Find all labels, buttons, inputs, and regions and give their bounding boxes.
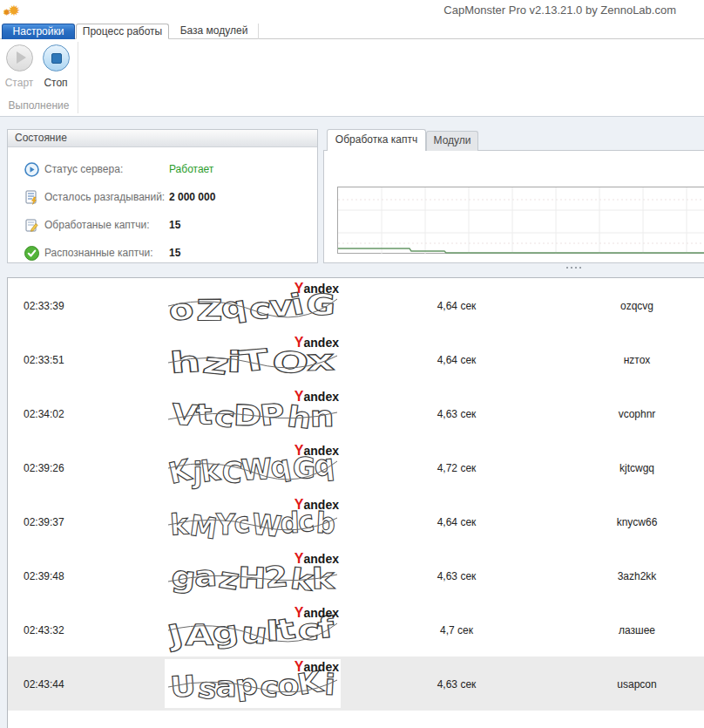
captcha-table-row[interactable]: 02:43:32JAguItcfYandex4,7 секлазшее — [8, 602, 704, 657]
processing-chart — [337, 187, 704, 254]
splitter-handle[interactable] — [566, 267, 581, 269]
tab-strip: Настройки Процесс работы База модулей — [0, 24, 704, 39]
solve-duration: 4,7 сек — [374, 624, 539, 636]
start-button[interactable]: Старт — [2, 44, 37, 89]
title-bar: ✹✹ CapMonster Pro v2.13.21.0 by ZennoLab… — [0, 0, 704, 24]
yandex-logo: Yandex — [294, 335, 339, 350]
status-item-label: Распознанные каптчи: — [44, 247, 152, 259]
app-gears-icon: ✹✹ — [3, 0, 24, 21]
status-panel-title: Состояние — [8, 130, 317, 147]
status-item: Осталось разгадываний:2 000 000 — [8, 183, 317, 211]
captcha-image: gazH2kkYandex — [165, 551, 341, 600]
solve-duration: 4,72 сек — [374, 462, 539, 474]
solve-duration: 4,64 сек — [374, 300, 539, 312]
yandex-logo: Yandex — [294, 605, 339, 621]
status-item-value: 2 000 000 — [169, 191, 215, 203]
captcha-image: kMYcWdcbYandex — [165, 497, 341, 546]
ribbon-group-separator — [78, 42, 78, 113]
captcha-image: oZqcviGYandex — [165, 281, 341, 330]
status-item-value: Работает — [169, 163, 213, 175]
captcha-table-row[interactable]: 02:39:48gazH2kkYandex4,63 сек3azh2kk — [8, 548, 704, 602]
chart-panel — [323, 150, 704, 263]
yandex-logo: Yandex — [294, 443, 339, 459]
captcha-time: 02:33:51 — [24, 354, 64, 366]
tab-modules[interactable]: Модули — [426, 131, 478, 151]
captcha-time: 02:39:37 — [24, 516, 64, 528]
recognized-text: нzтох — [563, 354, 704, 366]
recognized-text: vcophnr — [563, 408, 704, 420]
recognized-text: usapcon — [563, 678, 704, 691]
status-item: Обработаные каптчи:15 — [8, 211, 317, 239]
status-item-label: Обработаные каптчи: — [44, 219, 150, 231]
start-button-label: Старт — [2, 77, 37, 89]
captcha-image: VtcDPhnYandex — [165, 389, 341, 438]
tab-modules-db[interactable]: База модулей — [170, 24, 259, 39]
captcha-table-row[interactable]: 02:39:26KjkCWqGqYandex4,72 секkjtcwgq — [8, 440, 704, 494]
captcha-table-row[interactable]: 02:33:39oZqcviGYandex4,64 секozqcvg — [8, 278, 704, 332]
stop-button[interactable]: Стоп — [38, 44, 73, 89]
tab-captcha-processing[interactable]: Обработка каптч — [327, 129, 426, 151]
yandex-logo: Yandex — [294, 497, 339, 513]
stop-icon — [43, 44, 70, 71]
captcha-image: hziTOxYandex — [165, 335, 341, 384]
play-circle-icon — [24, 162, 39, 177]
status-items: Статус сервера:РаботаетОсталось разгадыв… — [8, 147, 317, 267]
recognized-text: 3azh2kk — [563, 570, 704, 582]
tasks-bolt-icon — [24, 190, 39, 205]
tab-process[interactable]: Процесс работы — [76, 24, 169, 39]
yandex-logo: Yandex — [294, 659, 339, 675]
captcha-image: KjkCWqGqYandex — [165, 443, 341, 492]
captcha-time: 02:33:39 — [24, 300, 64, 312]
recognized-text: kjtcwgq — [563, 462, 704, 474]
status-item-value: 15 — [169, 247, 180, 259]
captcha-image: UsapcoKiYandex — [165, 659, 341, 708]
ribbon: Старт Стоп Выполнение — [0, 39, 704, 117]
status-item: Статус сервера:Работает — [8, 155, 317, 183]
captcha-time: 02:43:44 — [24, 678, 64, 691]
recognized-text: лазшее — [563, 624, 704, 636]
yandex-logo: Yandex — [294, 551, 339, 567]
status-item: Распознанные каптчи:15 — [8, 239, 317, 267]
yandex-logo: Yandex — [294, 281, 339, 296]
captcha-table-row[interactable]: 02:34:02VtcDPhnYandex4,63 секvcophnr — [8, 386, 704, 440]
stop-button-label: Стоп — [38, 77, 73, 89]
solve-duration: 4,63 сек — [374, 678, 539, 691]
recognized-text: ozqcvg — [563, 300, 704, 312]
captcha-table-row[interactable]: 02:39:37kMYcWdcbYandex4,64 секknycw66 — [8, 494, 704, 548]
status-item-label: Осталось разгадываний: — [44, 191, 165, 203]
solve-duration: 4,63 сек — [374, 408, 539, 420]
captcha-time: 02:39:26 — [24, 462, 64, 474]
solve-duration: 4,64 сек — [374, 516, 539, 528]
status-item-label: Статус сервера: — [44, 163, 123, 175]
tab-settings[interactable]: Настройки — [2, 24, 75, 39]
captcha-image: JAguItcfYandex — [165, 605, 341, 654]
captcha-time: 02:43:32 — [24, 624, 64, 636]
captcha-time: 02:39:48 — [24, 570, 64, 582]
window-title: CapMonster Pro v2.13.21.0 by ZennoLab.co… — [443, 3, 676, 17]
yandex-logo: Yandex — [294, 389, 339, 405]
status-item-value: 15 — [169, 219, 180, 231]
ribbon-group-label: Выполнение — [0, 99, 78, 112]
solve-duration: 4,64 сек — [374, 354, 539, 366]
captcha-time: 02:34:02 — [24, 408, 64, 420]
status-panel: Состояние Статус сервера:РаботаетОсталос… — [7, 129, 318, 263]
edit-doc-icon — [24, 218, 39, 233]
captcha-table: 02:33:39oZqcviGYandex4,64 секozqcvg02:33… — [7, 277, 704, 728]
recognized-text: knycw66 — [563, 516, 704, 528]
play-icon — [6, 44, 33, 71]
captcha-table-row[interactable]: 02:33:51hziTOxYandex4,64 секнzтох — [8, 332, 704, 386]
captcha-table-row[interactable]: 02:43:44UsapcoKiYandex4,63 секusapcon — [8, 657, 704, 711]
solve-duration: 4,63 сек — [374, 570, 539, 582]
check-circle-icon — [24, 246, 39, 261]
